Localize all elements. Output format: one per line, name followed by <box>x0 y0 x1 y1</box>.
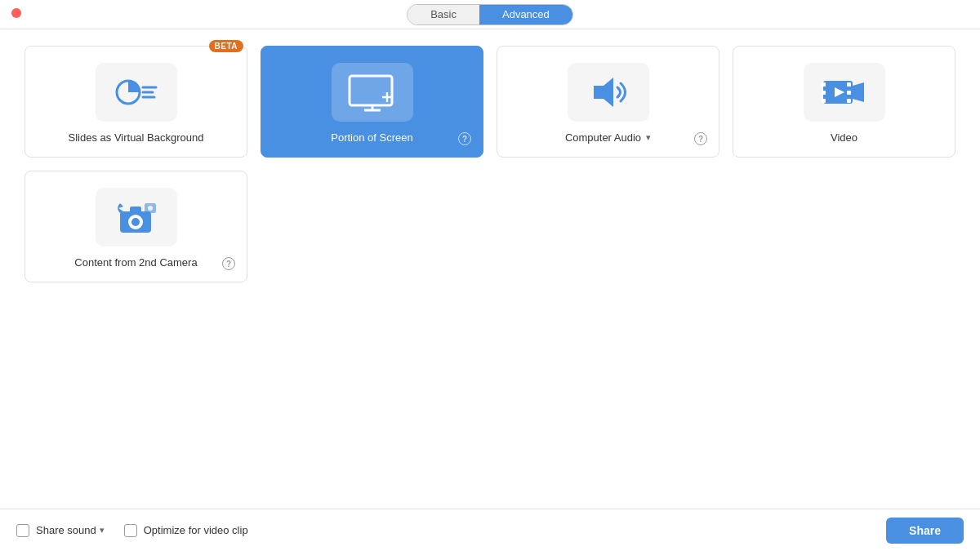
screen-card-label: Portion of Screen <box>331 131 412 144</box>
svg-marker-9 <box>594 78 613 107</box>
svg-rect-12 <box>822 91 826 95</box>
slides-card-label: Slides as Virtual Background <box>69 131 204 144</box>
svg-point-24 <box>148 206 153 211</box>
slides-icon <box>112 74 161 110</box>
audio-icon <box>587 74 630 110</box>
share-sound-checkbox[interactable] <box>16 524 29 537</box>
optimize-video-item[interactable]: Optimize for video clip <box>124 524 248 537</box>
svg-rect-4 <box>350 76 392 105</box>
card-slides-virtual-bg[interactable]: BETA Slides as Virtual Background <box>24 46 247 158</box>
audio-icon-wrap <box>568 63 649 122</box>
share-sound-item[interactable]: Share sound ▾ <box>16 524 105 537</box>
video-icon <box>820 74 869 110</box>
card-content-2nd-camera[interactable]: Content from 2nd Camera ? <box>24 171 247 282</box>
audio-label-wrap: Computer Audio ▾ <box>565 131 651 144</box>
optimize-video-label: Optimize for video clip <box>144 524 248 536</box>
tab-group: Basic Advanced <box>407 4 573 25</box>
share-sound-dropdown-arrow[interactable]: ▾ <box>100 525 105 535</box>
svg-rect-13 <box>822 99 826 103</box>
svg-rect-15 <box>847 91 851 95</box>
svg-rect-22 <box>130 207 141 213</box>
empty-area <box>24 295 956 459</box>
svg-point-21 <box>131 218 140 226</box>
svg-rect-16 <box>847 99 851 103</box>
audio-dropdown-arrow[interactable]: ▾ <box>646 132 651 143</box>
screen-icon-wrap <box>332 63 413 122</box>
video-card-label: Video <box>831 131 858 144</box>
tab-advanced[interactable]: Advanced <box>479 5 572 24</box>
tab-basic[interactable]: Basic <box>408 5 479 24</box>
camera2-help-icon[interactable]: ? <box>222 257 235 270</box>
share-button[interactable]: Share <box>886 518 964 544</box>
share-sound-label: Share sound ▾ <box>36 524 105 536</box>
slides-icon-wrap <box>96 63 177 122</box>
screen-help-icon[interactable]: ? <box>458 132 471 145</box>
svg-rect-14 <box>847 82 851 87</box>
cards-row1: BETA Slides as Virtual Background <box>24 46 956 158</box>
screen-icon <box>346 73 399 112</box>
beta-badge: BETA <box>209 40 243 52</box>
share-sound-text: Share sound <box>36 524 96 536</box>
cards-row2: Content from 2nd Camera ? <box>24 171 956 282</box>
camera2-icon-wrap <box>96 188 177 247</box>
traffic-light-close[interactable] <box>11 8 21 18</box>
camera2-card-label: Content from 2nd Camera <box>74 256 197 269</box>
card-video[interactable]: Video <box>733 46 956 158</box>
svg-marker-18 <box>853 82 864 102</box>
camera2-icon <box>112 197 161 238</box>
footer-left: Share sound ▾ Optimize for video clip <box>16 524 886 537</box>
audio-help-icon[interactable]: ? <box>694 132 707 145</box>
video-icon-wrap <box>804 63 885 122</box>
card-portion-of-screen[interactable]: Portion of Screen ? <box>261 46 483 158</box>
header: Basic Advanced <box>0 0 980 29</box>
audio-card-label: Computer Audio <box>565 131 641 144</box>
optimize-video-checkbox[interactable] <box>124 524 137 537</box>
footer: Share sound ▾ Optimize for video clip Sh… <box>0 509 980 551</box>
card-computer-audio[interactable]: Computer Audio ▾ ? <box>497 46 719 158</box>
svg-rect-11 <box>822 82 826 87</box>
main-content: BETA Slides as Virtual Background <box>0 29 980 509</box>
